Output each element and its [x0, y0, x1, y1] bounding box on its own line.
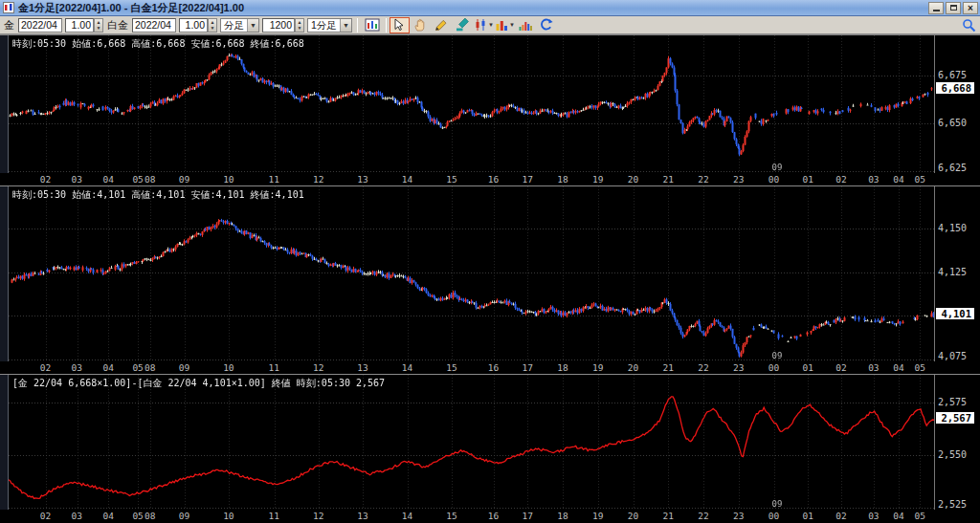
gold-multiplier-spin-buttons[interactable]: ▲▼	[94, 18, 103, 33]
period-value: 1分足	[308, 19, 340, 32]
marker-button[interactable]	[453, 17, 473, 33]
candle-chart-button[interactable]: ▼	[474, 17, 494, 33]
candle-chart-icon	[474, 18, 487, 32]
spread-chart-panel: [金 22/04 6,668×1.00]-[白金 22/04 4,101×1.0…	[0, 375, 980, 522]
time-label: 17	[522, 511, 532, 521]
time-label: 05	[132, 174, 143, 185]
time-label: 10	[223, 362, 234, 373]
pan-hand-button[interactable]	[411, 17, 431, 33]
window-title: 金1分足[2022/04]1.00 - 白金1分足[2022/04]1.00	[18, 1, 928, 15]
time-label: 14	[402, 362, 412, 373]
platinum-chart-panel: 時刻:05:30 始値:4,101 高値:4,101 安値:4,101 終値:4…	[0, 186, 980, 375]
select-arrow-button[interactable]	[390, 17, 410, 33]
platinum-multiplier-spin-buttons[interactable]: ▲▼	[208, 18, 217, 33]
time-label: 17	[522, 174, 532, 185]
maximize-button[interactable]	[946, 2, 961, 14]
time-label: 13	[357, 174, 368, 185]
time-label: 15	[446, 174, 457, 185]
bar-type-select[interactable]: 分足 ▼	[220, 18, 259, 33]
price-tick-label: 2,550	[938, 449, 967, 460]
price-tick-label: 4,150	[938, 223, 967, 233]
time-label: 20	[628, 511, 638, 521]
platinum-multiplier-value[interactable]: 1.00	[179, 18, 208, 33]
price-tick-label: 6,675	[938, 70, 967, 80]
price-tick-label: 6,650	[938, 118, 967, 128]
date-marker: 09	[772, 351, 783, 360]
gold-label: 金	[4, 18, 14, 33]
bar-count-spin-buttons[interactable]: ▲▼	[295, 18, 304, 33]
time-label: 03	[72, 174, 82, 185]
bar-count-value[interactable]: 1200	[262, 18, 295, 33]
price-tick-label: 4,075	[938, 351, 967, 361]
time-label: 22	[698, 362, 708, 373]
time-label: 11	[269, 174, 279, 185]
histogram-icon	[518, 18, 533, 32]
time-label: 12	[313, 174, 323, 185]
platinum-candlestick-canvas[interactable]	[9, 186, 934, 361]
minimize-button[interactable]	[928, 2, 944, 14]
magnifier-icon[interactable]	[961, 18, 976, 33]
time-label: 02	[835, 511, 846, 521]
chevron-down-icon: ▼	[509, 22, 515, 28]
time-label: 05	[914, 362, 924, 373]
time-label: 12	[313, 362, 323, 373]
chart-area: 時刻:05:30 始値:6,668 高値:6,668 安値:6,668 終値:6…	[0, 34, 980, 523]
price-tick-label: 2,575	[938, 397, 967, 407]
maximize-icon	[950, 5, 957, 11]
time-label: 21	[662, 511, 673, 521]
gold-time-axis: 0203040508091011121314151617181920212223…	[0, 173, 980, 185]
time-label: 19	[592, 511, 603, 521]
gold-candlestick-canvas[interactable]	[9, 35, 934, 173]
gold-multiplier-value[interactable]: 1.00	[65, 18, 94, 33]
select-arrow-icon	[391, 18, 407, 32]
title-bar[interactable]: 金1分足[2022/04]1.00 - 白金1分足[2022/04]1.00 ×	[0, 0, 980, 16]
pencil-button[interactable]	[432, 17, 452, 33]
time-label: 18	[557, 362, 568, 373]
histogram-button[interactable]	[516, 17, 536, 33]
bar-type-value: 分足	[221, 19, 247, 32]
toolbar-separator	[357, 18, 358, 33]
time-label: 10	[223, 511, 234, 521]
close-button[interactable]: ×	[963, 2, 978, 14]
time-label: 03	[868, 174, 879, 185]
chart-window-icon	[365, 18, 380, 32]
gold-ohlc-info: 時刻:05:30 始値:6,668 高値:6,668 安値:6,668 終値:6…	[12, 37, 304, 51]
last-price-badge: 4,101	[936, 308, 974, 319]
time-label: 21	[662, 174, 673, 185]
platinum-ohlc-info: 時刻:05:30 始値:4,101 高値:4,101 安値:4,101 終値:4…	[12, 188, 304, 202]
close-icon: ×	[968, 4, 973, 12]
platinum-month-field[interactable]: 2022/04	[132, 18, 176, 33]
chart-window-button[interactable]	[363, 17, 383, 33]
time-label: 11	[269, 362, 279, 373]
time-label: 09	[179, 511, 189, 521]
gold-month-field[interactable]: 2022/04	[18, 18, 62, 33]
time-label: 11	[269, 511, 279, 521]
time-label: 19	[592, 174, 603, 185]
time-label: 02	[40, 174, 51, 185]
gold-multiplier-spinner[interactable]: 1.00 ▲▼	[65, 18, 103, 33]
period-select[interactable]: 1分足 ▼	[307, 18, 352, 33]
time-label: 00	[768, 511, 779, 521]
chevron-down-icon[interactable]: ▼	[340, 19, 351, 32]
bar-chart-button[interactable]: ▼	[495, 17, 515, 33]
price-tick-label: 6,625	[938, 163, 967, 173]
pencil-icon	[434, 18, 449, 32]
bar-count-spinner[interactable]: 1200 ▲▼	[262, 18, 304, 33]
platinum-multiplier-spinner[interactable]: 1.00 ▲▼	[179, 18, 217, 33]
time-label: 10	[223, 174, 234, 185]
time-label: 16	[488, 362, 499, 373]
time-label: 15	[446, 362, 457, 373]
spread-price-scale: 2,5752,5502,5252,567	[934, 375, 980, 510]
refresh-button[interactable]	[537, 17, 557, 33]
time-label: 02	[835, 362, 846, 373]
time-label: 23	[733, 511, 744, 521]
time-label: 03	[72, 511, 82, 521]
time-label: 04	[893, 511, 903, 521]
time-label: 20	[628, 174, 638, 185]
spread-line-canvas[interactable]	[9, 375, 934, 510]
app-window: 金1分足[2022/04]1.00 - 白金1分足[2022/04]1.00 ×…	[0, 0, 980, 523]
time-label: 22	[698, 511, 708, 521]
marker-icon	[455, 18, 470, 32]
chevron-down-icon[interactable]: ▼	[247, 19, 258, 32]
time-label: 09	[179, 174, 189, 185]
